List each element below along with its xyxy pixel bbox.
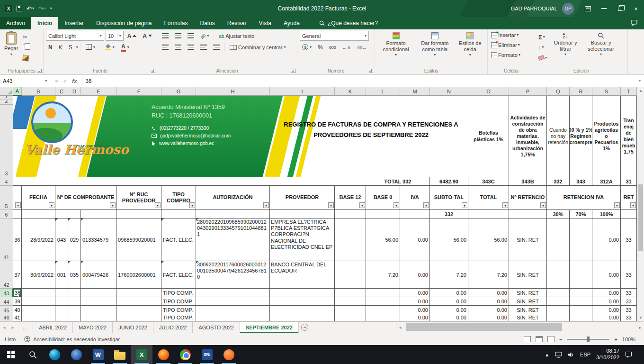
scroll-left-arrow[interactable]: ◂ [396,325,404,330]
col-header-B[interactable]: B [22,87,55,96]
fill-button[interactable]: ↓▾ [537,43,548,52]
zoom-out-button[interactable]: − [559,337,562,342]
cell-Q44[interactable] [547,297,570,306]
cell-O42[interactable]: 7.20 [468,261,509,289]
cell-R43[interactable] [570,289,592,297]
col-header-M[interactable]: M [400,87,430,96]
find-select-button[interactable]: Buscar y seleccionar ▾ [583,31,619,66]
fill-color-button[interactable]: ▾ [103,42,117,52]
taskbar-firefox[interactable] [152,345,174,364]
cell-F42[interactable]: 1760002600001 [116,261,161,289]
cell-D41[interactable]: 029 [68,218,81,261]
cell-Q42[interactable] [547,261,570,289]
cell-B6[interactable] [22,210,55,218]
cell-K41[interactable] [335,218,366,261]
filter-button[interactable]: ▾ [155,202,161,208]
cell-S4[interactable]: 312A [592,177,621,186]
sheet-nav-left[interactable]: ◂ [0,322,9,333]
cell-N42[interactable]: 7.20 [430,261,468,289]
format-painter-button[interactable] [22,54,30,62]
tab-insertar[interactable]: Insertar [58,17,90,29]
taskbar-app-blue[interactable] [65,345,87,364]
start-button[interactable] [0,345,22,364]
cell-R6[interactable]: 70% [570,210,592,218]
zoom-in-button[interactable]: + [614,337,617,342]
cell-E44[interactable] [81,297,116,306]
increase-indent-button[interactable] [211,42,222,52]
filter-button[interactable]: ▾ [462,202,467,208]
col-header-T[interactable]: T [621,87,637,96]
cell-G45[interactable]: TIPO COMP. [161,306,196,314]
taskbar-explorer[interactable] [109,345,131,364]
account-name[interactable]: GAD PARROQUIAL [511,6,557,11]
sort-filter-button[interactable]: ↓ Ordenar y filtrar ▾ [550,31,581,66]
cell-A45[interactable]: 40 [13,306,22,314]
select-all-button[interactable] [0,87,13,96]
cell-O44[interactable]: 0.00 [468,297,509,306]
cell-Q46[interactable] [547,314,570,321]
font-size-combo[interactable]: 10▾ [106,31,124,41]
cell-I45[interactable] [270,306,335,314]
cell-S43[interactable]: 0.00 [592,289,621,297]
font-name-combo[interactable]: Calibri Light▾ [46,31,104,41]
confirm-entry-button[interactable]: ✓ [63,78,68,84]
cell-T45[interactable]: 33 [621,306,637,314]
align-top-button[interactable] [160,31,171,41]
filter-button[interactable]: ▾ [394,202,399,208]
restore-button[interactable] [612,0,628,17]
avatar[interactable]: GP [562,3,574,15]
delete-cells-button[interactable]: Eliminar▾ [490,41,521,49]
cell-N43[interactable]: 0.00 [430,289,468,297]
cell-M5[interactable]: IVA▾ [400,186,430,210]
close-button[interactable]: × [628,0,644,17]
cell-T42[interactable]: 33 [621,261,637,289]
filter-button[interactable]: ▾ [540,202,546,208]
cell-T44[interactable]: 33 [621,297,637,306]
align-bottom-button[interactable] [185,31,197,41]
format-cells-button[interactable]: Formato▾ [490,51,521,59]
notification-center-button[interactable] [625,351,632,358]
cell-K46[interactable] [335,314,366,321]
decrease-decimal-button[interactable] [354,42,369,52]
filter-button[interactable]: ▾ [15,202,21,208]
cell-P46[interactable]: SIN. RET [509,314,547,321]
cell-Q5[interactable]: RETENCION IVA▾ [547,186,621,210]
volume-tray-icon[interactable] [568,352,574,358]
dialog-launcher-number[interactable] [369,69,373,73]
paste-button[interactable]: Pegar ▾ [2,31,20,66]
col-header-I[interactable]: I [270,87,335,96]
cell-S6[interactable]: 100% [592,210,621,218]
cell-P4[interactable]: 343B [509,177,547,186]
cell-E6[interactable] [81,210,116,218]
network-tray-icon[interactable] [555,352,562,358]
sheet-nav-right[interactable]: ▸ [9,322,17,333]
cell-S45[interactable]: 0.00 [592,306,621,314]
cell-E43[interactable] [81,289,116,297]
cell-T4[interactable]: 31 [621,177,637,186]
row-header-44[interactable]: 44 [0,297,13,306]
cell-L6[interactable] [366,210,400,218]
wrap-text-button[interactable]: Ajustar texto [216,31,257,41]
cell-R41[interactable] [570,218,592,261]
normal-view-button[interactable] [524,336,531,342]
dialog-launcher-font[interactable] [151,69,155,73]
cell-K6[interactable] [335,210,366,218]
cell-N6[interactable]: 332 [430,210,468,218]
sheet-tab-agosto[interactable]: AGOSTO 2022 [193,322,240,333]
taskbar-edge[interactable] [44,345,65,364]
row-header-41[interactable]: 41 [0,218,13,261]
cell-K45[interactable] [335,306,366,314]
cell-I46[interactable] [270,314,335,321]
cell-H42[interactable]: 3009202201176000260000120010350004794261… [196,261,270,289]
cell-M46[interactable]: 0.00 [400,314,430,321]
sheet-tab-julio[interactable]: JULIO 2022 [153,322,193,333]
cell-Q2[interactable]: Cuando no hay retención [547,96,570,177]
cell-H43[interactable] [196,289,270,297]
cell-E42[interactable]: 000479426 [81,261,116,289]
cell-P43[interactable]: SIN. RET [509,289,547,297]
cell-K43[interactable] [335,289,366,297]
copy-button[interactable] [22,43,30,52]
taskbar-sri[interactable]: SRi [196,345,218,364]
cell-C6[interactable] [55,210,68,218]
col-header-G[interactable]: G [161,87,196,96]
